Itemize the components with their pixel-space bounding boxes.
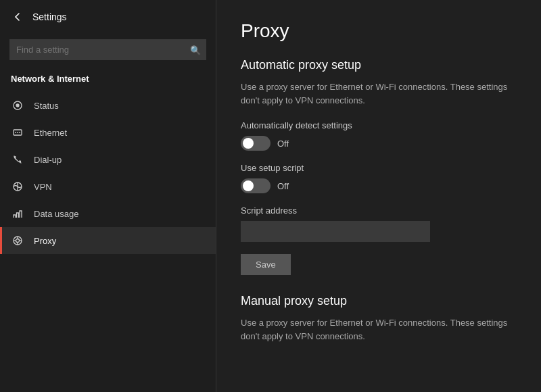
main-content: Proxy Automatic proxy setup Use a proxy … xyxy=(216,0,541,392)
sidebar-item-data-usage[interactable]: Data usage xyxy=(0,200,216,227)
manual-proxy-description: Use a proxy server for Ethernet or Wi-Fi… xyxy=(241,316,517,343)
sidebar-item-status-label: Status xyxy=(34,101,59,111)
search-container: 🔍 xyxy=(0,34,216,68)
dialup-icon xyxy=(11,153,24,166)
sidebar-item-proxy[interactable]: Proxy xyxy=(0,227,216,254)
detect-settings-label: Automatically detect settings xyxy=(241,120,517,130)
setup-toggle-row: Off xyxy=(241,178,517,193)
manual-proxy-heading: Manual proxy setup xyxy=(241,294,517,308)
setup-script-toggle[interactable] xyxy=(241,178,270,193)
sidebar-item-data-usage-label: Data usage xyxy=(34,209,79,219)
sidebar-item-ethernet[interactable]: Ethernet xyxy=(0,119,216,146)
app-title: Settings xyxy=(32,11,67,22)
proxy-icon xyxy=(11,234,24,247)
setup-toggle-label: Off xyxy=(277,181,289,191)
automatic-proxy-heading: Automatic proxy setup xyxy=(241,58,517,72)
sidebar-item-proxy-label: Proxy xyxy=(34,236,56,246)
status-icon xyxy=(11,99,24,112)
sidebar-item-vpn[interactable]: VPN xyxy=(0,173,216,200)
detect-toggle-knob xyxy=(243,138,254,149)
search-input[interactable] xyxy=(9,39,206,60)
sidebar-item-dialup-label: Dial-up xyxy=(34,155,62,165)
sidebar-item-status[interactable]: Status xyxy=(0,92,216,119)
setup-toggle-knob xyxy=(243,180,254,191)
ethernet-icon xyxy=(11,126,24,139)
setup-script-label: Use setup script xyxy=(241,163,517,173)
page-title: Proxy xyxy=(241,20,517,42)
sidebar: Settings 🔍 Network & Internet Status Eth… xyxy=(0,0,216,392)
automatic-proxy-description: Use a proxy server for Ethernet or Wi-Fi… xyxy=(241,80,517,107)
script-address-row: Script address xyxy=(241,205,517,242)
sidebar-item-vpn-label: VPN xyxy=(34,182,52,192)
sidebar-item-dialup[interactable]: Dial-up xyxy=(0,146,216,173)
data-usage-icon xyxy=(11,207,24,220)
script-address-input[interactable] xyxy=(241,221,430,242)
svg-point-9 xyxy=(16,239,20,243)
vpn-icon xyxy=(11,180,24,193)
detect-settings-toggle[interactable] xyxy=(241,136,270,151)
save-button[interactable]: Save xyxy=(241,254,291,275)
sidebar-item-ethernet-label: Ethernet xyxy=(34,128,67,138)
detect-settings-row: Automatically detect settings Off xyxy=(241,120,517,151)
detect-toggle-row: Off xyxy=(241,136,517,151)
setup-script-row: Use setup script Off xyxy=(241,163,517,193)
search-wrapper: 🔍 xyxy=(9,39,206,60)
back-button[interactable] xyxy=(11,10,24,24)
detect-toggle-label: Off xyxy=(277,139,289,149)
nav-section-title: Network & Internet xyxy=(0,68,216,92)
script-address-label: Script address xyxy=(241,205,517,216)
svg-point-1 xyxy=(16,104,19,107)
sidebar-header: Settings xyxy=(0,0,216,34)
